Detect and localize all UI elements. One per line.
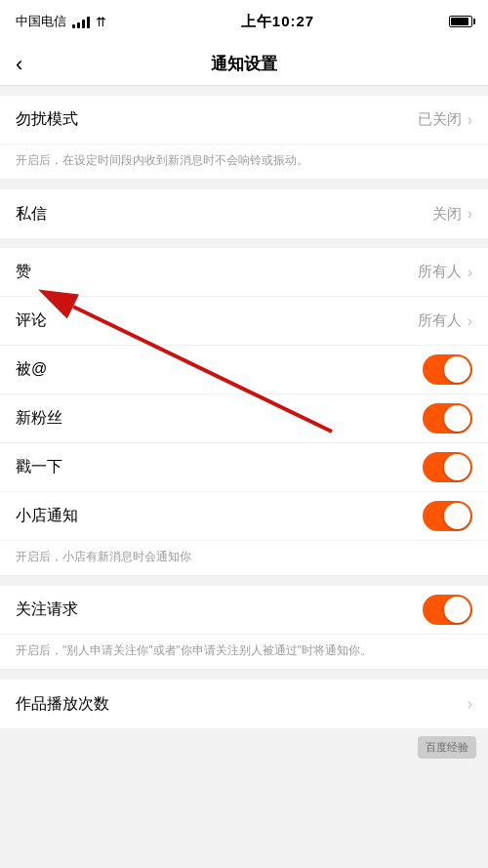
comment-right: 所有人 ›: [418, 311, 472, 330]
follow-toggle[interactable]: [423, 595, 472, 625]
newfan-toggle-thumb: [444, 405, 470, 432]
status-right: [449, 16, 472, 27]
zan-item[interactable]: 赞 所有人 ›: [0, 248, 488, 297]
shop-item: 小店通知: [0, 492, 488, 541]
dnd-item[interactable]: 勿扰模式 已关闭 ›: [0, 96, 488, 145]
status-time: 上午10:27: [241, 13, 314, 31]
follow-label: 关注请求: [16, 599, 78, 620]
dnd-status: 已关闭: [418, 110, 462, 129]
carrier-label: 中国电信: [16, 13, 66, 30]
plays-chevron-icon: ›: [468, 695, 472, 713]
bar2: [77, 22, 80, 28]
newfan-item: 新粉丝: [0, 394, 488, 443]
comment-status: 所有人: [418, 311, 462, 330]
mention-toggle-thumb: [444, 356, 470, 383]
zan-right: 所有人 ›: [418, 263, 472, 281]
plays-label: 作品播放次数: [16, 694, 109, 715]
shop-label: 小店通知: [16, 506, 78, 526]
page-title: 通知设置: [211, 53, 277, 75]
interactions-section: 赞 所有人 › 评论 所有人 › 被@ 新粉丝: [0, 248, 488, 576]
zan-label: 赞: [16, 262, 31, 282]
poke-toggle-thumb: [444, 454, 470, 480]
bar3: [82, 20, 85, 28]
follow-section: 关注请求 开启后，"别人申请关注你"或者"你申请关注别人被通过"时将通知你。: [0, 586, 488, 670]
watermark-label: 百度经验: [418, 736, 476, 759]
shop-hint: 开启后，小店有新消息时会通知你: [0, 541, 488, 576]
dnd-hint: 开启后，在设定时间段内收到新消息时不会响铃或振动。: [0, 145, 488, 180]
page-wrapper: 中国电信 ⇈ 上午10:27 ‹ 通知设置 勿扰模式 已关闭 ›: [0, 0, 488, 868]
privmsg-section: 私信 关闭 ›: [0, 189, 488, 238]
shop-toggle[interactable]: [423, 501, 472, 531]
dnd-right: 已关闭 ›: [418, 110, 472, 129]
newfan-toggle[interactable]: [423, 403, 472, 434]
poke-item: 戳一下: [0, 443, 488, 492]
privmsg-right: 关闭 ›: [432, 205, 472, 224]
shop-toggle-thumb: [444, 503, 470, 529]
plays-right: ›: [466, 695, 472, 713]
mention-label: 被@: [16, 359, 47, 380]
dnd-label: 勿扰模式: [16, 109, 78, 130]
poke-toggle[interactable]: [423, 452, 472, 482]
mention-toggle[interactable]: [423, 354, 472, 385]
privmsg-label: 私信: [16, 204, 47, 225]
signal-bars-icon: [72, 15, 90, 28]
comment-chevron-icon: ›: [468, 312, 472, 330]
bar4: [87, 17, 90, 28]
privmsg-chevron-icon: ›: [468, 205, 472, 223]
dnd-section: 勿扰模式 已关闭 › 开启后，在设定时间段内收到新消息时不会响铃或振动。: [0, 96, 488, 180]
zan-status: 所有人: [418, 263, 462, 281]
nav-bar: ‹ 通知设置: [0, 43, 488, 86]
plays-item[interactable]: 作品播放次数 ›: [0, 680, 488, 728]
zan-chevron-icon: ›: [468, 264, 472, 281]
dnd-chevron-icon: ›: [468, 111, 472, 129]
privmsg-item[interactable]: 私信 关闭 ›: [0, 189, 488, 238]
newfan-label: 新粉丝: [16, 408, 62, 429]
follow-item: 关注请求: [0, 586, 488, 635]
plays-section: 作品播放次数 ›: [0, 680, 488, 728]
comment-label: 评论: [16, 310, 47, 331]
back-button[interactable]: ‹: [16, 54, 22, 75]
status-left: 中国电信 ⇈: [16, 13, 106, 30]
bar1: [72, 24, 75, 28]
wifi-icon: ⇈: [96, 15, 106, 29]
follow-toggle-thumb: [444, 597, 470, 623]
follow-hint: 开启后，"别人申请关注你"或者"你申请关注别人被通过"时将通知你。: [0, 635, 488, 670]
privmsg-status: 关闭: [432, 205, 462, 224]
poke-label: 戳一下: [16, 457, 62, 477]
mention-item: 被@: [0, 346, 488, 394]
battery-fill: [451, 18, 468, 25]
watermark-area: 百度经验: [0, 728, 488, 766]
comment-item[interactable]: 评论 所有人 ›: [0, 297, 488, 346]
status-bar: 中国电信 ⇈ 上午10:27: [0, 0, 488, 43]
battery-icon: [449, 16, 472, 27]
